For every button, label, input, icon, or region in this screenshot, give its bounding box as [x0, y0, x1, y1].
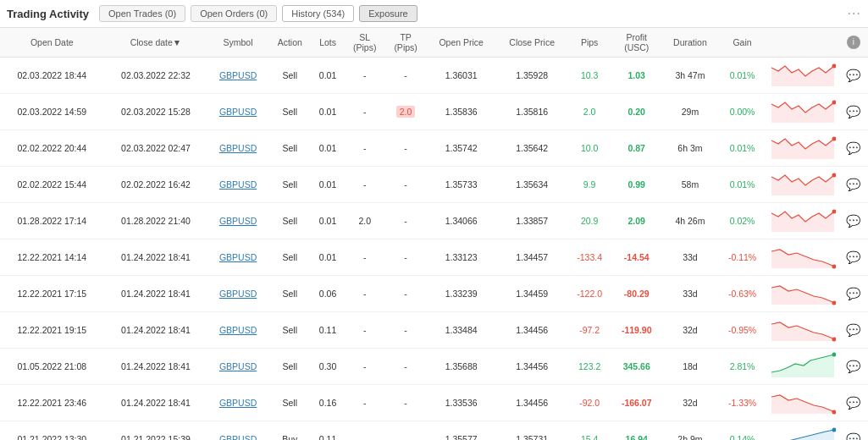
tp-pips: - — [385, 167, 426, 203]
pips: 20.9 — [567, 203, 611, 239]
col-profit: Profit(USC) — [611, 28, 662, 58]
table-row: 01.28.2022 17:14 01.28.2022 21:40 GBPUSD… — [0, 203, 868, 239]
gain: 0.14% — [718, 421, 766, 441]
chat-icon[interactable]: 💬 — [846, 105, 860, 118]
gain: 0.01% — [718, 58, 766, 94]
chat-button[interactable]: 💬 — [839, 312, 868, 349]
chat-button[interactable]: 💬 — [839, 203, 868, 239]
chat-button[interactable]: 💬 — [839, 94, 868, 130]
tab-exposure[interactable]: Exposure — [359, 5, 417, 22]
pips: 10.3 — [567, 58, 611, 94]
tab-open-orders[interactable]: Open Orders (0) — [191, 5, 277, 22]
close-price: 1.35816 — [496, 94, 567, 130]
tab-open-trades[interactable]: Open Trades (0) — [99, 5, 185, 22]
sl-pips: - — [344, 239, 384, 276]
pips: -133.4 — [567, 239, 611, 276]
close-price: 1.34457 — [496, 239, 567, 276]
info-icon[interactable]: i — [847, 36, 860, 49]
symbol[interactable]: GBPUSD — [207, 167, 268, 203]
symbol[interactable]: GBPUSD — [207, 421, 268, 441]
more-button[interactable]: ··· — [848, 6, 861, 21]
profit: -14.54 — [611, 239, 662, 276]
gain: 0.01% — [718, 167, 766, 203]
chat-icon[interactable]: 💬 — [846, 178, 860, 191]
gain: -1.33% — [718, 385, 766, 421]
chat-button[interactable]: 💬 — [839, 167, 868, 203]
table-row: 12.22.2021 14:14 01.24.2022 18:41 GBPUSD… — [0, 239, 868, 276]
sl-pips: - — [344, 421, 384, 441]
gain: -0.95% — [718, 312, 766, 349]
chat-icon[interactable]: 💬 — [846, 141, 860, 155]
chat-button[interactable]: 💬 — [839, 239, 868, 276]
profit: 0.87 — [611, 130, 662, 167]
svg-marker-12 — [771, 286, 834, 305]
sparkline-chart — [766, 167, 839, 203]
open-date: 01.05.2022 21:08 — [0, 349, 104, 385]
chat-button[interactable]: 💬 — [839, 130, 868, 167]
open-price: 1.33123 — [426, 239, 496, 276]
open-price: 1.34066 — [426, 203, 496, 239]
pips: -92.0 — [567, 385, 611, 421]
close-date: 02.03.2022 22:32 — [104, 58, 208, 94]
col-tp: TP(Pips) — [385, 28, 426, 58]
pips: 15.4 — [567, 421, 611, 441]
tp-pips: - — [385, 130, 426, 167]
tp-pips: - — [385, 239, 426, 276]
action: Sell — [268, 239, 312, 276]
col-close-date[interactable]: Close date▼ — [104, 28, 208, 58]
chat-button[interactable]: 💬 — [839, 276, 868, 312]
close-price: 1.35634 — [496, 167, 567, 203]
chat-icon[interactable]: 💬 — [846, 250, 860, 264]
symbol[interactable]: GBPUSD — [207, 239, 268, 276]
col-open-price: Open Price — [426, 28, 496, 58]
symbol[interactable]: GBPUSD — [207, 312, 268, 349]
symbol[interactable]: GBPUSD — [207, 276, 268, 312]
symbol[interactable]: GBPUSD — [207, 94, 268, 130]
close-price: 1.34456 — [496, 385, 567, 421]
duration: 6h 3m — [662, 130, 719, 167]
open-date: 02.03.2022 18:44 — [0, 58, 104, 94]
chat-icon[interactable]: 💬 — [846, 396, 860, 410]
tp-pips: - — [385, 312, 426, 349]
close-date: 01.24.2022 18:41 — [104, 239, 208, 276]
open-date: 01.21.2022 13:30 — [0, 421, 104, 441]
chat-icon[interactable]: 💬 — [846, 323, 860, 337]
symbol[interactable]: GBPUSD — [207, 203, 268, 239]
duration: 33d — [662, 276, 719, 312]
svg-marker-16 — [771, 355, 834, 377]
lots: 0.01 — [312, 94, 345, 130]
open-price: 1.33536 — [426, 385, 496, 421]
chat-icon[interactable]: 💬 — [846, 287, 860, 300]
chat-button[interactable]: 💬 — [839, 385, 868, 421]
gain: 0.00% — [718, 94, 766, 130]
tp-value: - — [404, 252, 407, 262]
table-row: 12.22.2021 23:46 01.24.2022 18:41 GBPUSD… — [0, 385, 868, 421]
tp-pips: 2.0 — [385, 94, 426, 130]
chat-button[interactable]: 💬 — [839, 349, 868, 385]
sl-pips: - — [344, 276, 384, 312]
lots: 0.01 — [312, 203, 345, 239]
table-row: 02.02.2022 20:44 02.03.2022 02:47 GBPUSD… — [0, 130, 868, 167]
chat-icon[interactable]: 💬 — [846, 360, 860, 373]
table-row: 02.02.2022 15:44 02.02.2022 16:42 GBPUSD… — [0, 167, 868, 203]
col-duration: Duration — [662, 28, 719, 58]
chat-button[interactable]: 💬 — [839, 421, 868, 441]
action: Sell — [268, 58, 312, 94]
tab-history[interactable]: History (534) — [282, 5, 354, 22]
open-date: 12.22.2021 19:15 — [0, 312, 104, 349]
lots: 0.01 — [312, 58, 345, 94]
symbol[interactable]: GBPUSD — [207, 130, 268, 167]
chat-icon[interactable]: 💬 — [846, 69, 860, 82]
open-date: 01.28.2022 17:14 — [0, 203, 104, 239]
profit: -166.07 — [611, 385, 662, 421]
symbol[interactable]: GBPUSD — [207, 385, 268, 421]
action: Sell — [268, 130, 312, 167]
symbol[interactable]: GBPUSD — [207, 58, 268, 94]
chat-icon[interactable]: 💬 — [846, 432, 860, 440]
close-date: 01.28.2022 21:40 — [104, 203, 208, 239]
close-date: 01.24.2022 18:41 — [104, 276, 208, 312]
lots: 0.01 — [312, 239, 345, 276]
symbol[interactable]: GBPUSD — [207, 349, 268, 385]
chat-button[interactable]: 💬 — [839, 58, 868, 94]
chat-icon[interactable]: 💬 — [846, 214, 860, 228]
